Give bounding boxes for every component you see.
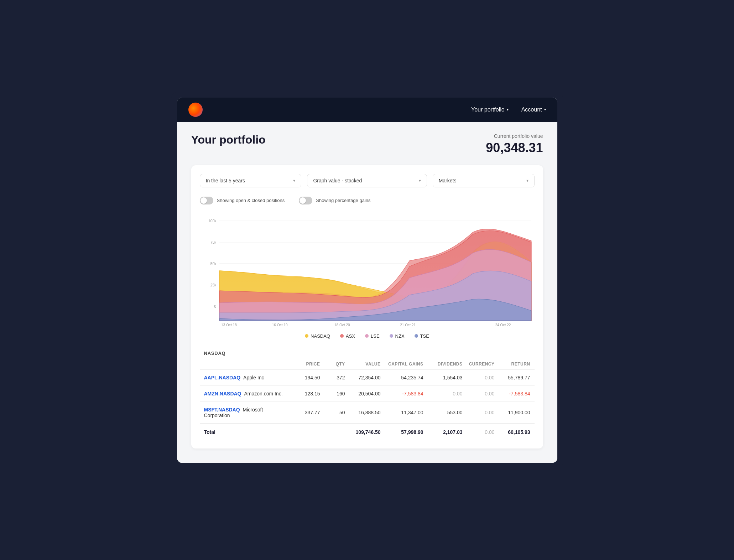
tse-dot bbox=[415, 334, 418, 338]
svg-text:16 Oct 19: 16 Oct 19 bbox=[272, 322, 287, 327]
gains-toggle-group: Showing percentage gains bbox=[299, 197, 370, 204]
main-content: Your portfolio Current portfolio value 9… bbox=[177, 122, 557, 463]
svg-text:0: 0 bbox=[214, 304, 216, 308]
asx-dot bbox=[340, 334, 344, 338]
graph-type-select[interactable]: Graph value - stacked ▾ bbox=[307, 174, 427, 187]
portfolio-header: Your portfolio Current portfolio value 9… bbox=[191, 133, 543, 155]
chevron-down-icon: ▾ bbox=[544, 108, 546, 112]
divider bbox=[200, 346, 535, 346]
chevron-down-icon: ▾ bbox=[507, 108, 509, 112]
current-value-number: 90,348.31 bbox=[486, 140, 543, 155]
nasdaq-dot bbox=[305, 334, 308, 338]
chevron-down-icon: ▾ bbox=[419, 178, 421, 183]
ticker-name-amzn: Amazon.com Inc. bbox=[244, 391, 282, 396]
chart-legend: NASDAQ ASX LSE NZX bbox=[200, 333, 535, 339]
gains-toggle[interactable] bbox=[299, 197, 312, 204]
filters-row: In the last 5 years ▾ Graph value - stac… bbox=[200, 174, 535, 187]
table-row: MSFT.NASDAQ Microsoft Corporation 337.77… bbox=[200, 402, 535, 424]
legend-nzx: NZX bbox=[390, 333, 405, 339]
svg-text:100k: 100k bbox=[208, 218, 217, 223]
lse-dot bbox=[365, 334, 369, 338]
table-section: NASDAQ PRICE QTY VALUE CAPITAL GAINS DIV… bbox=[200, 351, 535, 440]
ticker-name-aapl: Apple Inc bbox=[243, 375, 264, 380]
table-row: AAPL.NASDAQ Apple Inc 194.50 372 72,354.… bbox=[200, 370, 535, 386]
svg-text:25k: 25k bbox=[210, 282, 216, 287]
timeframe-select[interactable]: In the last 5 years ▾ bbox=[200, 174, 302, 187]
current-value-label: Current portfolio value bbox=[486, 133, 543, 139]
svg-text:13 Oct 18: 13 Oct 18 bbox=[221, 322, 236, 327]
svg-text:75k: 75k bbox=[210, 240, 216, 244]
markets-select[interactable]: Markets ▾ bbox=[433, 174, 535, 187]
chart-svg: 100k 75k 50k 25k 0 bbox=[200, 214, 535, 328]
nav-right: Your portfolio ▾ Account ▾ bbox=[471, 107, 546, 113]
positions-label: Showing open & closed positions bbox=[217, 198, 285, 203]
svg-text:18 Oct 20: 18 Oct 20 bbox=[334, 322, 350, 327]
positions-toggle[interactable] bbox=[200, 197, 213, 204]
nav-account[interactable]: Account ▾ bbox=[521, 107, 546, 113]
chevron-down-icon: ▾ bbox=[293, 178, 295, 183]
ticker-amzn[interactable]: AMZN.NASDAQ bbox=[204, 391, 241, 396]
chevron-down-icon: ▾ bbox=[526, 178, 529, 183]
ticker-msft[interactable]: MSFT.NASDAQ bbox=[204, 407, 240, 413]
page-title: Your portfolio bbox=[191, 133, 266, 146]
nav-portfolio[interactable]: Your portfolio ▾ bbox=[471, 107, 509, 113]
app-frame: Your portfolio ▾ Account ▾ Your portfoli… bbox=[177, 98, 557, 463]
ticker-aapl[interactable]: AAPL.NASDAQ bbox=[204, 375, 241, 380]
svg-text:50k: 50k bbox=[210, 261, 216, 265]
toggles-row: Showing open & closed positions Showing … bbox=[200, 193, 535, 208]
legend-nasdaq: NASDAQ bbox=[305, 333, 330, 339]
svg-text:21 Oct 21: 21 Oct 21 bbox=[400, 322, 416, 327]
legend-tse: TSE bbox=[415, 333, 429, 339]
table-header: PRICE QTY VALUE CAPITAL GAINS DIVIDENDS … bbox=[200, 359, 535, 370]
table-row: AMZN.NASDAQ Amazon.com Inc. 128.15 160 2… bbox=[200, 386, 535, 402]
chart-container: 100k 75k 50k 25k 0 bbox=[200, 214, 535, 329]
nzx-dot bbox=[390, 334, 393, 338]
legend-lse: LSE bbox=[365, 333, 380, 339]
app-logo[interactable] bbox=[188, 103, 203, 117]
table-section-label: NASDAQ bbox=[200, 351, 535, 359]
gains-label: Showing percentage gains bbox=[316, 198, 370, 203]
portfolio-value-block: Current portfolio value 90,348.31 bbox=[486, 133, 543, 155]
legend-asx: ASX bbox=[340, 333, 355, 339]
table-total-row: Total 109,746.50 57,998.90 2,107.03 0.00… bbox=[200, 424, 535, 440]
svg-text:24 Oct 22: 24 Oct 22 bbox=[495, 322, 511, 327]
positions-toggle-group: Showing open & closed positions bbox=[200, 197, 285, 204]
main-card: In the last 5 years ▾ Graph value - stac… bbox=[191, 165, 543, 448]
navbar: Your portfolio ▾ Account ▾ bbox=[177, 98, 557, 122]
outer-container: Your portfolio ▾ Account ▾ Your portfoli… bbox=[171, 92, 563, 468]
